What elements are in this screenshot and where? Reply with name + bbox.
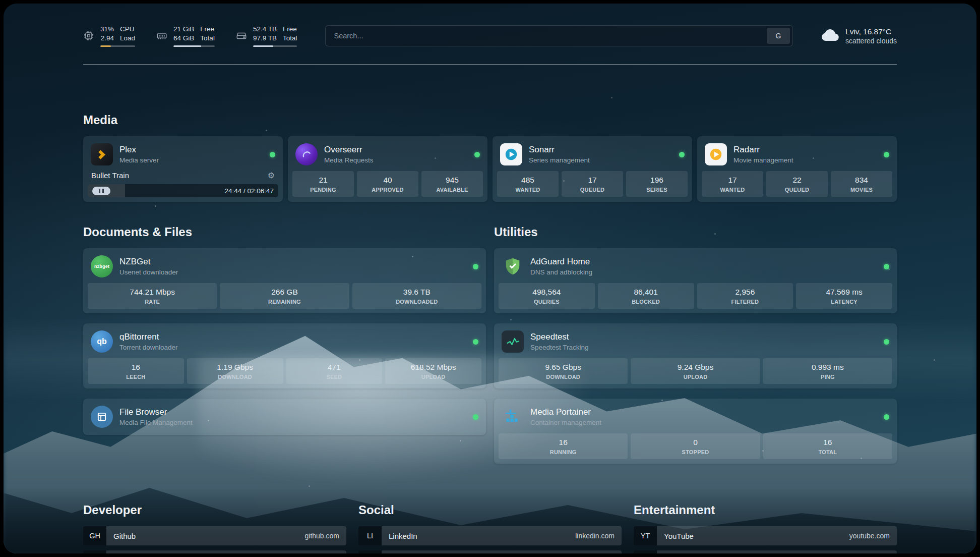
bookmark-github[interactable]: GH Github github.com	[83, 526, 346, 545]
service-card-plex[interactable]: Plex Media server Bullet Train ⚙ 24:44 /…	[83, 136, 283, 202]
stat-queued: 22 QUEUED	[766, 171, 828, 197]
stat-label: FILTERED	[699, 299, 791, 305]
memory-total-label: Total	[200, 34, 215, 43]
gear-icon[interactable]: ⚙	[268, 172, 275, 180]
stat-downloaded: 39.6 TB DOWNLOADED	[352, 283, 481, 309]
section-title-developer: Developer	[83, 503, 346, 517]
stat-label: LEECH	[90, 374, 182, 380]
stat-label: QUEUED	[768, 187, 826, 193]
stat-label: WANTED	[499, 187, 557, 193]
stat-label: UPLOAD	[387, 374, 479, 380]
cloud-icon	[821, 28, 839, 43]
stat-queued: 17 QUEUED	[562, 171, 623, 197]
service-card-qbittorrent[interactable]: qb qBittorrent Torrent downloader 16 LEE…	[83, 323, 486, 388]
stat-value: 266 GB	[222, 288, 347, 297]
search-provider-button[interactable]: G	[767, 28, 790, 44]
portainer-crane-icon	[502, 406, 524, 428]
plex-icon	[91, 143, 113, 165]
stat-label: QUERIES	[501, 299, 593, 305]
service-name: Plex	[119, 145, 159, 155]
bookmark-url: github.com	[305, 532, 339, 540]
bookmark-linkedin[interactable]: LI LinkedIn linkedin.com	[358, 526, 622, 545]
stat-label: AVAILABLE	[423, 187, 481, 193]
pause-button[interactable]	[92, 187, 110, 195]
section-title-documents: Documents & Files	[83, 225, 486, 239]
stat-value: 196	[628, 176, 686, 185]
stat-value: 21	[294, 176, 352, 185]
cpu-usage-value: 31%	[100, 25, 114, 34]
overseerr-icon	[295, 143, 318, 165]
plex-playback-time: 24:44 / 02:06:47	[224, 187, 274, 195]
snow-flakes	[4, 4, 5, 5]
stat-label: DOWNLOAD	[501, 374, 626, 380]
stat-label: PENDING	[294, 187, 352, 193]
overseerr-header: Overseerr Media Requests	[292, 141, 483, 171]
stat-download: 9.65 Gbps DOWNLOAD	[499, 358, 628, 384]
qbittorrent-icon-text: qb	[97, 337, 107, 346]
bookmark-youtube[interactable]: YT YouTube youtube.com	[634, 526, 897, 545]
service-card-nzbget[interactable]: nzbget NZBGet Usenet downloader 744.21 M…	[83, 248, 486, 313]
status-dot	[270, 152, 275, 157]
search-input[interactable]	[326, 26, 767, 46]
status-dot	[884, 339, 889, 345]
stat-label: RUNNING	[501, 449, 626, 455]
service-card-portainer[interactable]: Media Portainer Container management 16 …	[494, 399, 897, 464]
stat-pending: 21 PENDING	[292, 171, 354, 197]
status-dot	[473, 414, 478, 420]
service-card-sonarr[interactable]: Sonarr Series management 485 WANTED 17 Q…	[493, 136, 692, 202]
stat-ping: 0.993 ms PING	[763, 358, 892, 384]
stat-rate: 744.21 Mbps RATE	[88, 283, 217, 309]
bookmark-abbr: NF	[634, 550, 657, 553]
stat-series: 196 SERIES	[626, 171, 688, 197]
stat-label: TOTAL	[765, 449, 890, 455]
stat-value: 744.21 Mbps	[90, 288, 215, 297]
stat-value: 17	[704, 176, 761, 185]
stat-value: 485	[499, 176, 557, 185]
bookmark-url: linkedin.com	[575, 532, 615, 540]
stat-label: REMAINING	[222, 299, 347, 305]
bookmark-group-developer: Developer GH Github github.com SO StackO…	[83, 503, 346, 553]
service-card-adguard[interactable]: AdGuard Home DNS and adblocking 498,564 …	[494, 248, 897, 313]
bookmark-stackoverflow[interactable]: SO StackOverflow stackoverflow.com	[83, 550, 346, 553]
stat-label: BLOCKED	[600, 299, 692, 305]
nzbget-header: nzbget NZBGet Usenet downloader	[88, 253, 481, 283]
cpu-progress-fill	[100, 45, 111, 47]
service-name: NZBGet	[119, 257, 178, 267]
service-name: Overseerr	[324, 145, 374, 155]
filebrowser-icon	[91, 406, 113, 428]
stat-latency: 47.569 ms LATENCY	[796, 283, 892, 309]
speedtest-pulse-icon	[502, 330, 524, 353]
plex-player-bar[interactable]: 24:44 / 02:06:47	[88, 184, 278, 197]
service-card-overseerr[interactable]: Overseerr Media Requests 21 PENDING 40 A…	[288, 136, 487, 202]
disk-progress-fill	[253, 45, 273, 47]
cpu-load-value: 2.94	[101, 34, 114, 43]
filebrowser-header: File Browser Media File Management	[88, 403, 481, 430]
stat-label: WANTED	[704, 187, 761, 193]
bookmark-name: YouTube	[664, 532, 694, 540]
service-card-speedtest[interactable]: Speedtest Speedtest Tracking 9.65 Gbps D…	[494, 323, 897, 388]
bookmark-twitter[interactable]: TW Twitter twitter.com	[358, 550, 622, 553]
stat-wanted: 17 WANTED	[702, 171, 763, 197]
service-card-radarr[interactable]: Radarr Movie management 17 WANTED 22 QUE…	[697, 136, 897, 202]
service-name: AdGuard Home	[530, 257, 592, 267]
cpu-widget: 31% 2.94 CPU Load	[83, 25, 135, 47]
service-name: Sonarr	[529, 145, 590, 155]
bookmark-netflix[interactable]: NF Netflix netflix.com	[634, 550, 897, 553]
memory-progress-track	[173, 45, 215, 47]
cpu-label: CPU	[120, 25, 135, 34]
bookmark-abbr: GH	[83, 526, 106, 545]
service-name: Speedtest	[530, 332, 589, 342]
utilities-column: Utilities	[494, 225, 897, 464]
stat-value: 86,401	[600, 288, 692, 297]
radarr-icon	[705, 143, 727, 165]
stat-value: 16	[765, 438, 890, 447]
stat-filtered: 2,956 FILTERED	[697, 283, 793, 309]
service-name: Radarr	[733, 145, 793, 155]
weather-widget[interactable]: Lviv, 16.87°C scattered clouds	[821, 27, 897, 45]
service-card-filebrowser[interactable]: File Browser Media File Management	[83, 399, 486, 435]
section-title-utilities: Utilities	[494, 225, 897, 239]
stat-value: 0	[633, 438, 758, 447]
status-dot	[473, 264, 478, 269]
qbittorrent-icon: qb	[91, 330, 113, 353]
stat-leech: 16 LEECH	[88, 358, 184, 384]
